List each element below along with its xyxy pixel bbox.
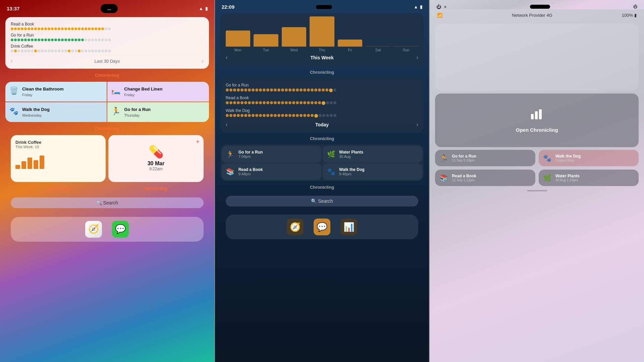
status-icons-2: ▲ ▮ (414, 4, 422, 9)
pill-icon: 💊 (113, 145, 199, 159)
recent-book-title: Read a Book (452, 174, 476, 178)
task-linen-day: Friday (124, 93, 162, 97)
time-1: 13:37 (7, 6, 19, 11)
svg-rect-2 (539, 109, 542, 119)
search-bar-2[interactable]: 🔍 Search (226, 196, 419, 206)
safari-icon[interactable]: 🧭 (85, 221, 102, 238)
habit-name-run: Go for a Run (11, 33, 204, 38)
task-walk[interactable]: 🐾 Walk the Dog Wednesday (5, 102, 107, 122)
dots-book (11, 27, 204, 30)
log-plants-title: Water Plants (339, 150, 363, 155)
streak-run: Go for a Run (226, 83, 419, 92)
streak-dots-dog (226, 114, 419, 118)
scroll-indicator (527, 190, 547, 191)
network-info: 📶 Network Provider 4G 100% ▮ (430, 9, 644, 21)
add-reminder-button[interactable]: + (196, 138, 200, 145)
recent-run-icon: 🏃 (439, 154, 448, 162)
search-bar-1[interactable]: 🔍 Search (11, 197, 204, 208)
battery-icon-2: ▮ (420, 4, 422, 9)
walk-icon: 🐾 (9, 107, 19, 116)
bottom-widgets: Drink Coffee This Week: 10 + 💊 30 Mar 9:… (5, 135, 209, 182)
open-chronicling-label: Open Chronicling (516, 127, 558, 133)
battery-icon-1: ▮ (205, 6, 208, 11)
chart-next[interactable]: › (416, 54, 418, 61)
messages-icon[interactable]: 💬 (112, 221, 129, 238)
task-clean-day: Friday (22, 93, 64, 97)
recent-walk[interactable]: 🐾 Walk the Dog Logged Now (539, 150, 639, 166)
status-bar-1: 13:37 ... ▲ ▮ (0, 0, 214, 13)
chronicling-label-2: Chronicling (5, 125, 209, 132)
task-run[interactable]: 🏃 Go for a Run Thursday (107, 102, 209, 122)
recent-walk-icon: 🐾 (543, 154, 552, 162)
log-plants[interactable]: 🌿 Water Plants 30 Aug (322, 146, 422, 163)
task-clean[interactable]: 🗑️ Clean the Bathroom Friday (5, 82, 107, 102)
streak-name-book: Read a Book (226, 96, 419, 100)
next-arrow[interactable]: › (202, 58, 203, 64)
reminder-date: 30 Mar (113, 161, 199, 167)
compass-icon[interactable]: 🧭 (287, 219, 304, 235)
habit-widget: Read a Book Go for a Run Drink Coffee ‹ … (5, 17, 209, 69)
streak-widget: Go for a Run Read a Book Walk the Dog ‹ … (220, 78, 424, 133)
streak-next[interactable]: › (416, 121, 418, 128)
recent-plants-time: 30 Aug 1:24pm (555, 178, 580, 182)
chronicling-label-6: Chronicling (220, 135, 424, 142)
dock-2: 🧭 💬 📊 (226, 215, 419, 239)
recent-book-time: 12 Sep 1:12pm (452, 178, 476, 182)
footer-label: Last 30 Days (12, 59, 202, 64)
reminder-widget: + 💊 30 Mar 9:22am (108, 135, 203, 182)
dots-run (11, 39, 204, 41)
status-icons-3: ⏻ (633, 4, 637, 9)
linen-icon: 🛏️ (111, 86, 121, 95)
streak-title: Today (228, 122, 417, 127)
wifi-small-icon: 📶 (437, 13, 442, 18)
chronicling-label-4: Chronicling (143, 185, 167, 192)
chat-icon[interactable]: 💬 (314, 219, 330, 235)
tasks-widget: 🗑️ Clean the Bathroom Friday 🛏️ Change B… (5, 82, 209, 122)
task-run-day: Thursday (124, 113, 151, 117)
task-linen-title: Change Bed Linen (124, 86, 162, 92)
phone2: 22:09 ▲ ▮ MonTueWedThuFriSatSun ‹ This W… (215, 0, 429, 362)
status-bar-3: ⏻ + ⏻ (430, 0, 644, 9)
task-walk-title: Walk the Dog (22, 107, 50, 113)
frosted-bg (435, 24, 639, 91)
log-book[interactable]: 📚 Read a Book 9:48pm (222, 163, 322, 180)
task-linen[interactable]: 🛏️ Change Bed Linen Friday (107, 82, 209, 102)
habit-row-run: Go for a Run (11, 33, 204, 41)
dynamic-island-3 (530, 5, 550, 9)
recent-plants-title: Water Plants (555, 174, 580, 178)
widget-area-2: MonTueWedThuFriSatSun ‹ This Week › Chro… (215, 10, 429, 245)
log-plants-icon: 🌿 (326, 150, 336, 158)
habit-row-coffee: Drink Coffee (11, 44, 204, 52)
logs-widget: 🏃 Go for a Run 7:08pm 🌿 Water Plants 30 … (220, 144, 424, 181)
search-icon-1: 🔍 (96, 200, 102, 205)
recent-plants-icon: 🌿 (543, 174, 552, 182)
battery-bar-icon: ▮ (634, 13, 637, 18)
power-icon: ⏻ (436, 4, 441, 9)
status-icons-1: ▲ ▮ (199, 6, 208, 11)
log-book-time: 9:48pm (238, 172, 263, 176)
log-dog-title: Walk the Dog (339, 167, 365, 172)
network-name: Network Provider 4G (512, 13, 552, 18)
coffee-subtitle: This Week: 10 (15, 145, 101, 149)
log-dog[interactable]: 🐾 Walk the Dog 9:48pm (322, 163, 422, 180)
status-bar-2: 22:09 ▲ ▮ (215, 0, 429, 10)
recent-book[interactable]: 📚 Read a Book 12 Sep 1:12pm (435, 170, 535, 186)
recent-plants[interactable]: 🌿 Water Plants 30 Aug 1:24pm (539, 170, 639, 186)
wifi-icon-1: ▲ (199, 6, 203, 11)
log-run[interactable]: 🏃 Go for a Run 7:08pm (222, 146, 322, 163)
coffee-title: Drink Coffee (15, 140, 101, 145)
task-clean-title: Clean the Bathroom (22, 86, 64, 92)
chronicling-label-7: Chronicling (220, 184, 424, 190)
chronicling-label-3: Chronicling (47, 185, 71, 192)
chart-icon[interactable]: 📊 (340, 219, 357, 235)
coffee-bars (15, 152, 101, 169)
dock-1: 🧭 💬 (11, 217, 204, 242)
recent-run-time: 11 Sep 5:18pm (452, 159, 476, 162)
streak-name-dog: Walk the Dog (226, 108, 419, 113)
recent-run[interactable]: 🏃 Go for a Run 11 Sep 5:18pm (435, 150, 535, 166)
chronicling-label-1: Chronicling (5, 72, 209, 78)
task-run-title: Go for a Run (124, 107, 151, 113)
open-chronicling-widget[interactable]: Open Chronicling (435, 94, 639, 147)
log-run-time: 7:08pm (238, 155, 263, 159)
add-icon: + (444, 4, 446, 9)
